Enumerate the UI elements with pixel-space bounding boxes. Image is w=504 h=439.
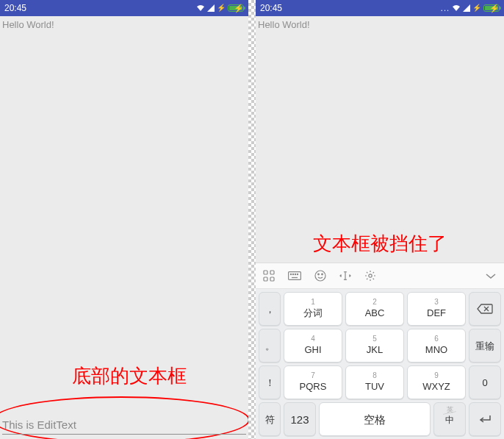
key-backspace[interactable] — [469, 292, 501, 326]
edittext-field[interactable]: This is EditText — [2, 418, 246, 435]
svg-point-11 — [315, 271, 325, 281]
status-bar: 20:45 ... ⚡ ⚡ — [256, 0, 504, 16]
key-JKL[interactable]: 5JKL — [345, 329, 404, 363]
status-icons: ... ⚡ ⚡ — [441, 4, 500, 13]
key-ABC[interactable]: 2ABC — [345, 292, 404, 326]
key-PQRS[interactable]: 7PQRS — [284, 365, 342, 399]
charge-icon: ⚡ — [217, 4, 226, 12]
svg-point-12 — [318, 274, 320, 275]
key-space[interactable]: 空格 — [319, 402, 431, 436]
annotation-right: 文本框被挡住了 — [313, 231, 447, 257]
wifi-icon — [196, 4, 205, 12]
settings-icon[interactable] — [364, 270, 376, 282]
phone-screen-left: 20:45 ⚡ ⚡ Hello World! 底部的文本框 This is Ed… — [0, 0, 248, 439]
ime-keyboard: ，1分词2ABC3DEF。4GHI5JKL6MNO重输！7PQRS8TUV9WX… — [256, 263, 504, 439]
svg-point-13 — [322, 274, 323, 275]
key-GHI[interactable]: 4GHI — [284, 329, 342, 363]
key-0[interactable]: 0 — [469, 365, 501, 399]
apps-icon[interactable] — [263, 270, 275, 282]
key-重输[interactable]: 重输 — [469, 329, 501, 363]
status-icons: ⚡ ⚡ — [196, 4, 244, 12]
annotation-left: 底部的文本框 — [72, 363, 187, 389]
phone-screen-right: 20:45 ... ⚡ ⚡ Hello World! 文本框被挡住了 — [256, 0, 504, 439]
key-WXYZ[interactable]: 9WXYZ — [407, 365, 466, 399]
status-time: 20:45 — [260, 3, 282, 13]
key-DEF[interactable]: 3DEF — [407, 292, 466, 326]
key-分词[interactable]: 1分词 — [284, 292, 342, 326]
svg-point-15 — [369, 274, 372, 277]
svg-rect-0 — [264, 271, 267, 274]
svg-rect-4 — [289, 272, 301, 280]
svg-point-7 — [292, 274, 293, 274]
key-。[interactable]: 。 — [259, 329, 281, 363]
emoji-icon[interactable] — [314, 270, 326, 282]
wifi-icon — [452, 4, 461, 12]
svg-rect-3 — [270, 277, 274, 281]
svg-rect-1 — [270, 271, 274, 274]
key-123[interactable]: 123 — [284, 402, 316, 436]
keyboard-toolbar — [256, 263, 504, 289]
status-bar: 20:45 ⚡ ⚡ — [0, 0, 248, 16]
key-enter[interactable] — [469, 402, 501, 436]
svg-point-9 — [297, 274, 298, 274]
key-lang[interactable]: 英中 — [433, 402, 466, 436]
keyboard-layout-icon[interactable] — [288, 271, 301, 280]
hello-text: Hello World! — [0, 16, 248, 30]
hello-text: Hello World! — [256, 16, 504, 30]
dots-icon: ... — [441, 4, 450, 13]
signal-icon — [207, 4, 215, 12]
screens-divider — [248, 0, 256, 439]
key-MNO[interactable]: 6MNO — [407, 329, 466, 363]
status-time: 20:45 — [4, 3, 26, 13]
key-！[interactable]: ！ — [259, 365, 281, 399]
collapse-keyboard-icon[interactable] — [485, 272, 497, 279]
key-TUV[interactable]: 8TUV — [345, 365, 404, 399]
key-，[interactable]: ， — [259, 292, 281, 326]
charge-icon: ⚡ — [472, 4, 481, 12]
signal-icon — [463, 4, 470, 12]
battery-icon: ⚡ — [483, 4, 500, 12]
key-symbols[interactable]: 符 — [259, 402, 281, 436]
battery-icon: ⚡ — [228, 4, 244, 12]
svg-point-6 — [290, 274, 291, 274]
keyboard-keys: ，1分词2ABC3DEF。4GHI5JKL6MNO重输！7PQRS8TUV9WX… — [256, 289, 504, 439]
svg-point-8 — [295, 274, 295, 274]
cursor-icon[interactable] — [339, 270, 351, 282]
svg-rect-2 — [264, 277, 267, 281]
